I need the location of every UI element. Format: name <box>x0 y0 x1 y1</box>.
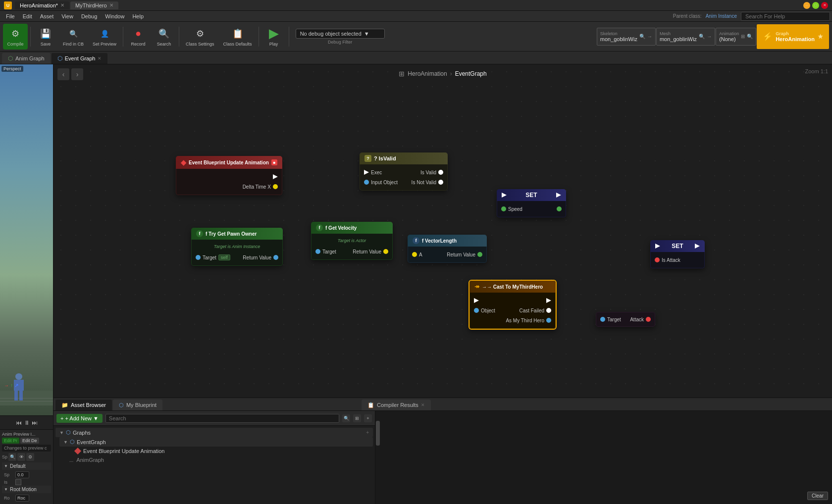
root-motion-section[interactable]: ▼ Root Motion <box>2 486 51 493</box>
edit-de-button[interactable]: Edit De <box>20 438 39 444</box>
tab-anim-graph[interactable]: ⬡ Anim Graph <box>2 53 51 64</box>
breadcrumb-icon: ⊞ <box>399 70 405 78</box>
set-preview-button[interactable]: 👤 Set Preview <box>89 24 120 50</box>
menubar: File Edit Asset View Debug Window Help P… <box>0 11 832 22</box>
menu-asset[interactable]: Asset <box>36 12 58 20</box>
minimize-button[interactable]: – <box>803 2 810 9</box>
menu-file[interactable]: File <box>2 12 19 20</box>
try-get-pawn-node[interactable]: f f Try Get Pawn Owner Target is Anim In… <box>191 228 283 266</box>
menu-window[interactable]: Window <box>101 12 128 20</box>
attack-call-node[interactable]: Target Attack <box>596 312 655 327</box>
edit-pr-button[interactable]: Edit Pr <box>2 438 19 444</box>
event-graph-section-header[interactable]: ▼ ⬡ EventGraph <box>59 437 373 447</box>
anim-graph-item[interactable]: ... AnimGraph <box>59 455 373 464</box>
tab-hero-animation[interactable]: HeroAnimation* ✕ <box>15 1 69 9</box>
set-speed-node[interactable]: SET Speed <box>497 189 566 217</box>
search-label: Sp <box>2 454 7 459</box>
asset-new-icon[interactable]: + <box>364 414 372 422</box>
event-update-item[interactable]: Event Blueprint Update Animation <box>59 447 373 455</box>
search-icon: 🔍 <box>157 27 171 41</box>
skeleton-asset-btn[interactable]: Skeleton mon_goblinWiz 🔍 → <box>597 28 656 46</box>
get-velocity-node[interactable]: f f Get Velocity Target is Actor Target … <box>311 222 393 260</box>
settings-icon[interactable]: ⚙ <box>26 453 34 461</box>
tab-compiler-results[interactable]: 📋 Compiler Results ✕ <box>362 400 431 410</box>
vector-length-node[interactable]: f f VectorLength A Return Value <box>408 235 487 263</box>
save-button[interactable]: 💾 Save <box>33 24 58 50</box>
mesh-asset-btn[interactable]: Mesh mon_goblinWiz 🔍 → <box>656 28 715 46</box>
cast-as-pin <box>546 318 551 323</box>
nav-back-button[interactable]: ‹ <box>57 68 69 80</box>
asset-browser-icon: 📁 <box>61 402 68 408</box>
menu-help[interactable]: Help <box>128 12 148 20</box>
asset-filter-icon[interactable]: ⊞ <box>353 414 361 422</box>
dropdown-arrow-icon: ▼ <box>364 31 369 37</box>
search-button[interactable]: 🔍 Search <box>152 24 176 50</box>
clear-button[interactable]: Clear <box>807 492 828 500</box>
bottom-panels: 📁 Asset Browser ⬡ My Blueprint 📋 Compile… <box>53 398 832 504</box>
set-exec-in-pin <box>502 193 507 198</box>
set-exec-out-pin <box>556 193 561 198</box>
tab-my-third-hero[interactable]: MyThirdHero ✕ <box>70 1 118 9</box>
default-section[interactable]: ▼ Default <box>2 462 51 470</box>
cast-to-hero-node[interactable]: ↠ →→ Cast To MyThirdHero Object Cast Fai… <box>468 280 557 330</box>
nav-forward-button[interactable]: › <box>71 68 83 80</box>
window-controls: – □ ✕ <box>803 2 828 9</box>
is-not-valid-pin <box>438 180 443 185</box>
compile-button[interactable]: ⚙ Compile <box>3 24 28 50</box>
tab-event-close-icon[interactable]: ✕ <box>98 56 102 61</box>
compiler-tab-close-icon[interactable]: ✕ <box>421 403 425 407</box>
exec-in-pin <box>364 170 369 175</box>
asset-search-icon[interactable]: 🔍 <box>342 414 350 422</box>
maximize-button[interactable]: □ <box>812 2 819 9</box>
is-checkbox[interactable] <box>15 479 21 485</box>
class-defaults-button[interactable]: 📋 Class Defaults <box>219 24 256 50</box>
tab-my-blueprint[interactable]: ⬡ My Blueprint <box>113 400 162 410</box>
forward-button[interactable]: ⏭ <box>32 419 38 426</box>
event-update-node[interactable]: ◆ Event Blueprint Update Animation ■ Del… <box>176 156 282 195</box>
rewind-button[interactable]: ⏮ <box>16 419 22 426</box>
record-button[interactable]: ● Record <box>126 24 151 50</box>
tab-close-icon[interactable]: ✕ <box>60 2 64 8</box>
tab-asset-browser[interactable]: 📁 Asset Browser <box>55 400 112 410</box>
pause-button[interactable]: ⏸ <box>24 419 30 426</box>
class-settings-icon: ⚙ <box>193 27 207 41</box>
add-graph-icon[interactable]: + <box>366 430 369 435</box>
set-attack-node[interactable]: SET Is Attack <box>650 240 705 268</box>
is-valid-node[interactable]: ? ? IsValid Exec Is Valid Input Object I… <box>360 152 448 191</box>
asset-search-input[interactable] <box>105 414 339 423</box>
graph-button[interactable]: ⚡ Graph HeroAnimation ★ <box>757 24 829 49</box>
anim-preview-panel: Anim Preview I... Edit Pr Edit De Change… <box>0 429 53 504</box>
graphs-section-header[interactable]: ▼ ⬡ Graphs + <box>55 428 373 437</box>
class-settings-button[interactable]: ⚙ Class Settings <box>182 24 218 50</box>
asset-scrollbar[interactable] <box>375 411 380 504</box>
find-in-cb-button[interactable]: 🔍 Find in CB <box>59 24 88 50</box>
search-for-help-input[interactable] <box>741 12 830 21</box>
tab-close-icon[interactable]: ✕ <box>109 2 113 8</box>
find-icon: 🔍 <box>66 27 80 41</box>
search-small-icon[interactable]: 🔍 <box>8 453 16 461</box>
animation-asset-btn[interactable]: Animation (None) ⊞ 🔍 <box>716 28 756 46</box>
eye-icon[interactable]: 👁 <box>17 453 25 461</box>
func-icon-vlen: f <box>413 237 419 244</box>
speed-row: Speed <box>497 204 566 214</box>
app-icon: U <box>4 1 12 9</box>
animation-search-icon: 🔍 <box>747 34 753 39</box>
tab-event-graph[interactable]: ⬡ Event Graph ✕ <box>52 53 108 64</box>
playback-controls: ⏮ ⏸ ⏭ <box>0 415 53 429</box>
is-valid-out-pin <box>438 170 443 175</box>
graphs-section: ▼ ⬡ Graphs + ▼ ⬡ EventGraph Even <box>55 428 373 464</box>
attack-target-pin <box>600 317 605 322</box>
parent-class-link[interactable]: Anim Instance <box>706 13 737 19</box>
play-button[interactable]: ▶ Play <box>261 24 286 50</box>
menu-edit[interactable]: Edit <box>19 12 36 20</box>
debug-object-dropdown[interactable]: No debug object selected ▼ <box>296 29 385 39</box>
skeleton-arrow-icon: → <box>647 34 652 39</box>
event-graph-icon: ⬡ <box>57 55 62 62</box>
menu-debug[interactable]: Debug <box>77 12 101 20</box>
menu-view[interactable]: View <box>57 12 77 20</box>
compiler-icon: 📋 <box>367 402 374 408</box>
search-row: Sp 🔍 👁 ⚙ <box>2 453 51 461</box>
add-new-button[interactable]: + + Add New ▼ <box>56 414 103 423</box>
anim-preview-title: Anim Preview I... <box>2 432 51 437</box>
close-button[interactable]: ✕ <box>821 2 828 9</box>
